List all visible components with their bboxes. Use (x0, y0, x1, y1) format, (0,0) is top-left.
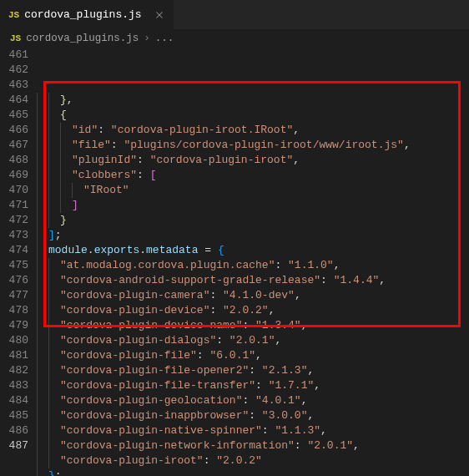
code-line[interactable]: "IRoot" (37, 183, 469, 198)
line-number: 483 (0, 378, 28, 393)
line-number: 472 (0, 213, 28, 228)
code-line[interactable]: }; (37, 468, 469, 476)
code-line[interactable]: "cordova-plugin-iroot": "2.0.2" (37, 453, 469, 468)
line-number: 466 (0, 123, 28, 138)
code-line[interactable]: ] (37, 198, 469, 213)
line-number: 481 (0, 348, 28, 363)
code-editor[interactable]: 4614624634644654664674684694704714724734… (0, 48, 469, 476)
line-number: 477 (0, 288, 28, 303)
code-line[interactable]: "cordova-plugin-file-transfer": "1.7.1", (37, 378, 469, 393)
code-line[interactable]: "cordova-plugin-camera": "4.1.0-dev", (37, 288, 469, 303)
line-number: 463 (0, 78, 28, 93)
code-line[interactable]: "clobbers": [ (37, 168, 469, 183)
line-number: 462 (0, 63, 28, 78)
code-line[interactable]: "cordova-plugin-file-opener2": "2.1.3", (37, 363, 469, 378)
line-number: 485 (0, 408, 28, 423)
breadcrumb-more: ... (155, 33, 174, 44)
line-number: 486 (0, 423, 28, 438)
line-number: 480 (0, 333, 28, 348)
code-line[interactable]: "id": "cordova-plugin-iroot.IRoot", (37, 123, 469, 138)
breadcrumb[interactable]: JS cordova_plugins.js › ... (0, 29, 469, 48)
line-number: 471 (0, 198, 28, 213)
line-number: 470 (0, 183, 28, 198)
chevron-right-icon: › (144, 33, 150, 44)
line-number: 478 (0, 303, 28, 318)
line-number: 461 (0, 48, 28, 63)
code-line[interactable]: "at.modalog.cordova.plugin.cache": "1.1.… (37, 258, 469, 273)
line-number: 467 (0, 138, 28, 153)
code-line[interactable]: ]; (37, 228, 469, 243)
code-line[interactable]: "cordova-plugin-native-spinner": "1.1.3"… (37, 423, 469, 438)
tab-active[interactable]: JS cordova_plugins.js (0, 0, 174, 29)
code-line[interactable]: module.exports.metadata = { (37, 243, 469, 258)
line-number: 464 (0, 93, 28, 108)
code-line[interactable]: "file": "plugins/cordova-plugin-iroot/ww… (37, 138, 469, 153)
line-number: 479 (0, 318, 28, 333)
js-file-icon: JS (8, 10, 19, 20)
code-area[interactable]: },{"id": "cordova-plugin-iroot.IRoot","f… (37, 48, 469, 476)
js-file-icon: JS (10, 33, 21, 43)
code-line[interactable]: "cordova-plugin-dialogs": "2.0.1", (37, 333, 469, 348)
line-number: 482 (0, 363, 28, 378)
code-line[interactable]: "cordova-plugin-device": "2.0.2", (37, 303, 469, 318)
line-number: 487 (0, 438, 28, 453)
tab-label: cordova_plugins.js (24, 8, 141, 21)
code-line[interactable]: "cordova-plugin-network-information": "2… (37, 438, 469, 453)
line-number: 484 (0, 393, 28, 408)
code-line[interactable]: "cordova-plugin-inappbrowser": "3.0.0", (37, 408, 469, 423)
line-number-gutter: 4614624634644654664674684694704714724734… (0, 48, 37, 476)
code-line[interactable]: "cordova-plugin-device-name": "1.3.4", (37, 318, 469, 333)
tab-bar: JS cordova_plugins.js (0, 0, 469, 29)
code-line[interactable]: }, (37, 93, 469, 108)
code-line[interactable]: "pluginId": "cordova-plugin-iroot", (37, 153, 469, 168)
code-line[interactable]: "cordova-plugin-file": "6.0.1", (37, 348, 469, 363)
code-line[interactable]: { (37, 108, 469, 123)
line-number: 469 (0, 168, 28, 183)
line-number: 473 (0, 228, 28, 243)
line-number: 476 (0, 273, 28, 288)
code-line[interactable]: } (37, 213, 469, 228)
line-number: 468 (0, 153, 28, 168)
line-number: 465 (0, 108, 28, 123)
code-line[interactable]: "cordova-android-support-gradle-release"… (37, 273, 469, 288)
breadcrumb-file: cordova_plugins.js (26, 33, 139, 44)
line-number: 474 (0, 243, 28, 258)
code-line[interactable]: "cordova-plugin-geolocation": "4.0.1", (37, 393, 469, 408)
line-number: 475 (0, 258, 28, 273)
close-icon[interactable] (154, 9, 165, 21)
